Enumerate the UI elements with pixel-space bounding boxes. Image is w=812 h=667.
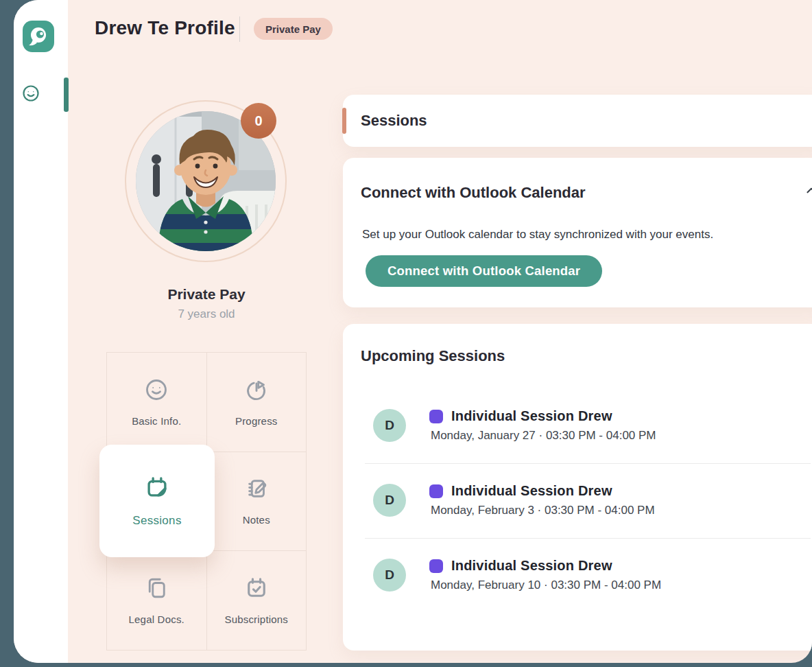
profile-payer-label: Private Pay [104, 286, 309, 303]
calendar-check-icon [244, 576, 269, 600]
event-color-dot [429, 559, 443, 573]
tile-label: Basic Info. [132, 415, 181, 427]
upcoming-sessions-card: Upcoming Sessions D Individual Session D… [343, 324, 812, 651]
session-info: Individual Session Drew Monday, January … [429, 408, 656, 443]
session-datetime: Monday, January 27 · 03:30 PM - 04:00 PM [431, 429, 656, 443]
tile-label: Notes [243, 514, 270, 526]
profile-age-label: 7 years old [104, 307, 309, 321]
tile-label: Sessions [132, 514, 181, 528]
row-divider [365, 538, 811, 539]
session-row[interactable]: D Individual Session Drew Monday, Februa… [373, 550, 798, 600]
outlook-card-description: Set up your Outlook calendar to stay syn… [362, 228, 713, 242]
app-logo[interactable] [23, 21, 54, 52]
session-title: Individual Session Drew [451, 558, 612, 574]
session-title: Individual Session Drew [451, 408, 612, 424]
upcoming-sessions-title: Upcoming Sessions [361, 347, 505, 365]
connect-outlook-button[interactable]: Connect with Outlook Calendar [366, 255, 602, 287]
sessions-panel-header-card: Sessions [343, 95, 812, 147]
app-window: Drew Te Profile Private Pay [14, 0, 812, 663]
row-divider [365, 463, 811, 464]
tile-subscriptions[interactable]: Subscriptions [207, 551, 307, 650]
progress-chart-icon [244, 377, 269, 402]
sessions-panel-title: Sessions [361, 112, 427, 130]
outlook-card-title: Connect with Outlook Calendar [361, 184, 586, 202]
session-info: Individual Session Drew Monday, February… [429, 483, 655, 517]
avatar: D [373, 559, 406, 592]
header-divider [239, 16, 240, 42]
tile-label: Legal Docs. [129, 613, 184, 625]
panel-accent-bar [342, 108, 346, 134]
chat-swirl-logo-icon [23, 21, 54, 52]
notification-count-badge: 0 [241, 103, 276, 139]
avatar: D [373, 484, 406, 517]
screen: Drew Te Profile Private Pay [0, 0, 812, 667]
session-datetime: Monday, February 3 · 03:30 PM - 04:00 PM [431, 504, 655, 517]
smiley-icon [144, 377, 169, 402]
sidebar [14, 0, 68, 663]
session-datetime: Monday, February 10 · 03:30 PM - 04:00 P… [431, 578, 661, 592]
calendar-icon [144, 474, 170, 500]
tile-progress[interactable]: Progress [207, 353, 307, 452]
page-title: Drew Te Profile [95, 17, 235, 39]
avatar: D [373, 409, 406, 442]
session-info: Individual Session Drew Monday, February… [429, 558, 661, 592]
sidebar-item-clients[interactable] [21, 84, 40, 103]
session-row[interactable]: D Individual Session Drew Monday, Februa… [373, 476, 798, 525]
tile-basic-info[interactable]: Basic Info. [107, 353, 206, 452]
session-row[interactable]: D Individual Session Drew Monday, Januar… [373, 401, 798, 450]
tile-label: Progress [235, 415, 278, 427]
tile-legal-docs[interactable]: Legal Docs. [107, 551, 206, 650]
event-color-dot [429, 484, 443, 498]
smiley-icon [21, 84, 40, 103]
tile-label: Subscriptions [224, 613, 288, 625]
outlook-connect-card: Connect with Outlook Calendar Set up you… [343, 158, 812, 307]
session-title: Individual Session Drew [451, 483, 612, 499]
tile-sessions-active[interactable]: Sessions [99, 445, 215, 557]
event-color-dot [429, 410, 443, 423]
documents-icon [144, 576, 169, 600]
notebook-pencil-icon [244, 476, 269, 501]
payer-badge: Private Pay [254, 18, 333, 40]
tile-notes[interactable]: Notes [207, 452, 307, 551]
chevron-up-icon[interactable] [804, 183, 812, 198]
sidebar-active-indicator [64, 78, 69, 112]
